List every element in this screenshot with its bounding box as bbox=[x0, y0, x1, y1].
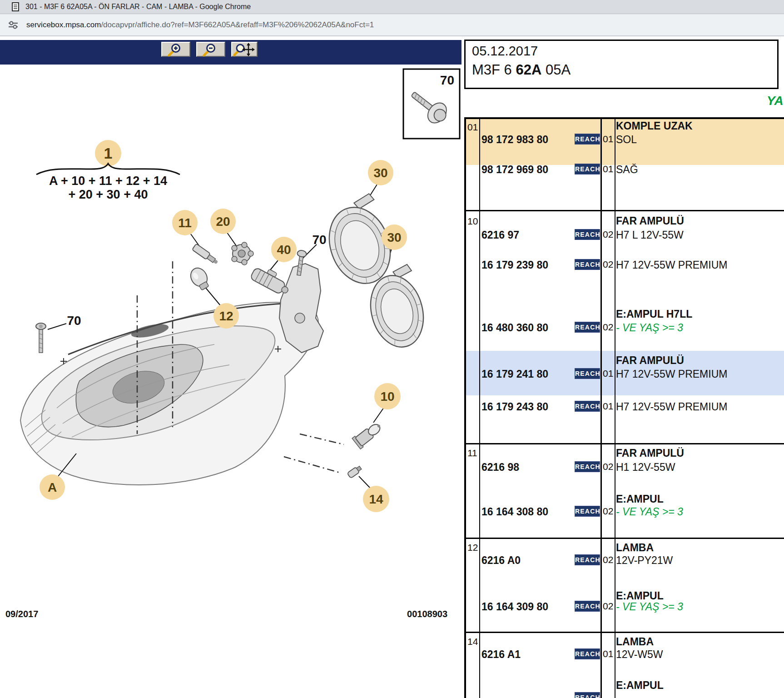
bulb-11-drawing bbox=[192, 244, 219, 266]
reach-badge[interactable]: REACH bbox=[575, 692, 600, 698]
part-number: 98 172 969 80 bbox=[481, 164, 548, 176]
zoom-in-button[interactable] bbox=[161, 42, 190, 57]
window-title: 301 - M3F 6 62A05A - ÖN FARLAR - CAM - L… bbox=[25, 3, 251, 11]
callout-A[interactable]: A bbox=[40, 474, 65, 500]
screw-70-left-label: 70 bbox=[67, 314, 81, 328]
part-row[interactable]: 16 179 241 80 REACH 01 H7 12V-55W PREMIU… bbox=[464, 368, 784, 383]
callout-20-label: 20 bbox=[216, 214, 230, 229]
quantity: 01 bbox=[603, 164, 615, 174]
zoom-in-icon bbox=[166, 43, 186, 56]
description-header: FAR AMPULÜ bbox=[616, 354, 684, 367]
callout-14[interactable]: 14 bbox=[363, 486, 389, 512]
part-row[interactable]: 16 179 243 80 REACH 01 H7 12V-55W PREMIU… bbox=[464, 401, 784, 415]
part-description: H7 12V-55W PREMIUM bbox=[616, 368, 727, 380]
callout-40[interactable]: 40 bbox=[271, 237, 297, 262]
quantity: 02 bbox=[603, 461, 615, 472]
page-icon bbox=[12, 2, 19, 11]
reference-header-box: 05.12.2017 M3F 6 62A 05A bbox=[464, 40, 779, 89]
part-row[interactable]: 6216 A0 REACH 02 12V-PY21W bbox=[464, 554, 784, 569]
callout-12-label: 12 bbox=[219, 309, 233, 323]
browser-window: 301 - M3F 6 62A05A - ÖN FARLAR - CAM - L… bbox=[0, 0, 784, 698]
section-index: 11 bbox=[467, 448, 479, 459]
section-index: 10 bbox=[467, 216, 479, 227]
screw-70-left-drawing bbox=[36, 323, 46, 353]
pan-button[interactable] bbox=[231, 42, 258, 57]
reach-badge[interactable]: REACH bbox=[575, 554, 600, 565]
quantity: 02 bbox=[603, 601, 615, 612]
section-index: 01 bbox=[467, 122, 479, 133]
part-row[interactable]: 6216 97 REACH 02 H7 L 12V-55W bbox=[464, 229, 784, 244]
description-header: LAMBA bbox=[616, 542, 654, 554]
bulb-10-drawing bbox=[352, 420, 384, 449]
section-border-1 bbox=[464, 210, 784, 211]
reach-badge[interactable]: REACH bbox=[575, 259, 600, 270]
reach-badge[interactable]: REACH bbox=[575, 461, 600, 472]
callout-14-label: 14 bbox=[369, 492, 383, 506]
part-number: 16 164 309 80 bbox=[481, 601, 548, 613]
part-description: H7 L 12V-55W bbox=[616, 229, 684, 241]
description-header: E:AMPUL bbox=[616, 493, 664, 505]
pan-icon bbox=[233, 43, 255, 56]
zoom-out-button[interactable] bbox=[196, 42, 225, 57]
description-header: FAR AMPULÜ bbox=[616, 447, 684, 459]
reach-badge[interactable]: REACH bbox=[575, 506, 600, 517]
quantity: 02 bbox=[603, 506, 615, 517]
part-description: SAĞ bbox=[616, 164, 638, 176]
part-number: 16 480 360 80 bbox=[481, 322, 548, 334]
reach-badge[interactable]: REACH bbox=[575, 164, 600, 174]
part-description: 12V-PY21W bbox=[616, 554, 673, 567]
callout-30-mid[interactable]: 30 bbox=[382, 224, 407, 250]
reach-badge[interactable]: REACH bbox=[575, 229, 600, 240]
part-row[interactable]: 16 164 308 80 REACH 02 - VE YAŞ >= 3 bbox=[464, 506, 784, 520]
callout-30-top[interactable]: 30 bbox=[368, 160, 393, 185]
reference-group: 62A bbox=[516, 62, 541, 78]
description-header: E:AMPUL H7LL bbox=[616, 308, 692, 320]
reach-badge[interactable]: REACH bbox=[575, 134, 600, 145]
quantity: 01 bbox=[603, 368, 615, 379]
parts-table: 01 KOMPLE UZAK 98 172 983 80 REACH 01 SO… bbox=[464, 117, 784, 698]
green-note: YA bbox=[767, 94, 784, 108]
part-row[interactable]: 16 179 239 80 REACH 02 H7 12V-55W PREMIU… bbox=[464, 259, 784, 274]
quantity: 01 bbox=[603, 134, 615, 145]
url-text[interactable]: servicebox.mpsa.com/docapvpr/affiche.do?… bbox=[26, 20, 374, 30]
callout-20[interactable]: 20 bbox=[210, 209, 236, 234]
part-row[interactable]: 16 480 360 80 REACH 02 - VE YAŞ >= 3 bbox=[464, 322, 784, 336]
url-domain: servicebox.mpsa.com bbox=[26, 20, 101, 29]
quantity: 02 bbox=[603, 229, 615, 240]
part-row[interactable]: 16 164 309 80 REACH 02 - VE YAŞ >= 3 bbox=[464, 601, 784, 615]
part-number: 6216 98 bbox=[481, 461, 519, 474]
quantity: 01 bbox=[603, 401, 615, 412]
description-header: E:AMPUL bbox=[616, 679, 664, 692]
part-row[interactable]: 6216 98 REACH 02 H1 12V-55W bbox=[464, 461, 784, 476]
reach-badge[interactable]: REACH bbox=[575, 601, 600, 612]
condition-note: - VE YAŞ >= 3 bbox=[616, 506, 683, 518]
reach-badge[interactable]: REACH bbox=[575, 322, 600, 333]
reach-badge[interactable]: REACH bbox=[575, 368, 600, 379]
part-number: 6216 A0 bbox=[481, 554, 521, 567]
callout-10[interactable]: 10 bbox=[374, 383, 401, 409]
part-row[interactable]: 98 172 983 80 REACH 01 SOL bbox=[464, 134, 784, 148]
part-description: H1 12V-55W bbox=[616, 461, 675, 474]
part-number: 16 179 239 80 bbox=[481, 259, 548, 271]
part-row[interactable]: 6216 A1 REACH 01 12V-W5W bbox=[464, 648, 784, 663]
reach-badge[interactable]: REACH bbox=[575, 648, 600, 659]
screw-inset-box: 70 bbox=[403, 69, 460, 139]
condition-note: - VE YAŞ >= 3 bbox=[616, 601, 683, 613]
reach-badge[interactable]: REACH bbox=[575, 401, 600, 412]
part-row[interactable]: 98 172 969 80 REACH 01 SAĞ bbox=[464, 164, 784, 178]
socket-20-drawing bbox=[232, 242, 253, 265]
callout-11[interactable]: 11 bbox=[172, 210, 198, 235]
callout-12[interactable]: 12 bbox=[213, 303, 239, 329]
catalog-reference: M3F 6 62A 05A bbox=[472, 62, 571, 78]
section-border-4 bbox=[464, 632, 784, 633]
callout-11-label: 11 bbox=[178, 216, 192, 230]
callout-40-label: 40 bbox=[277, 243, 291, 257]
site-permissions-icon[interactable] bbox=[7, 20, 19, 30]
address-bar[interactable]: servicebox.mpsa.com/docapvpr/affiche.do?… bbox=[0, 14, 784, 36]
part-number: 16 179 243 80 bbox=[481, 401, 548, 413]
diagram-date-label: 09/2017 bbox=[5, 609, 38, 619]
part-row[interactable]: REACH bbox=[464, 692, 784, 698]
catalog-date: 05.12.2017 bbox=[472, 44, 538, 59]
quantity: 02 bbox=[603, 259, 615, 270]
section-index: 14 bbox=[467, 636, 479, 647]
